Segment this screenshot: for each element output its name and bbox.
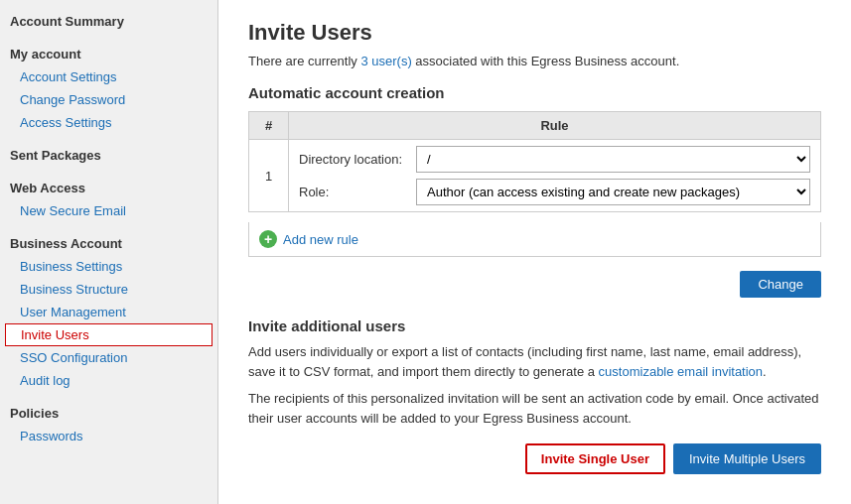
role-select[interactable]: Author (can access existing and create n… <box>416 179 810 205</box>
sidebar-item-business-settings[interactable]: Business Settings <box>0 255 217 278</box>
users-link[interactable]: 3 user(s) <box>360 54 411 68</box>
sidebar-section-policies[interactable]: Policies <box>0 398 217 425</box>
auto-section-title: Automatic account creation <box>248 84 821 101</box>
col-rule: Rule <box>289 112 821 140</box>
rule-row-num: 1 <box>249 140 289 212</box>
intro-text: There are currently 3 user(s) associated… <box>248 54 821 68</box>
change-button[interactable]: Change <box>740 271 821 298</box>
main-content: Invite Users There are currently 3 user(… <box>218 0 851 504</box>
sidebar-section-account-summary[interactable]: Account Summary <box>0 6 217 33</box>
invite-buttons: Invite Single User Invite Multiple Users <box>248 443 821 474</box>
col-hash: # <box>249 112 289 140</box>
add-rule-row[interactable]: + Add new rule <box>248 222 821 257</box>
sidebar-item-user-management[interactable]: User Management <box>0 301 217 323</box>
sidebar-section-business-account[interactable]: Business Account <box>0 228 217 255</box>
add-rule-icon[interactable]: + <box>259 230 277 248</box>
dir-select[interactable]: / <box>416 146 810 173</box>
rule-row-fields: Directory location: / Role: Author (can … <box>289 140 821 212</box>
invite-multiple-button[interactable]: Invite Multiple Users <box>673 443 821 474</box>
invite-desc2: The recipients of this personalized invi… <box>248 389 821 428</box>
add-rule-link[interactable]: Add new rule <box>283 232 358 247</box>
sidebar: Account Summary My account Account Setti… <box>0 0 218 504</box>
invite-single-button[interactable]: Invite Single User <box>525 443 665 474</box>
sidebar-item-account-settings[interactable]: Account Settings <box>0 65 217 88</box>
sidebar-item-passwords[interactable]: Passwords <box>0 425 217 447</box>
role-label: Role: <box>299 185 408 199</box>
sidebar-item-invite-users[interactable]: Invite Users <box>5 323 213 346</box>
sidebar-item-new-secure-email[interactable]: New Secure Email <box>0 199 217 222</box>
intro-prefix: There are currently <box>248 54 360 68</box>
sidebar-item-access-settings[interactable]: Access Settings <box>0 111 217 134</box>
invite-section-title: Invite additional users <box>248 317 821 334</box>
invite-desc1: Add users individually or export a list … <box>248 342 821 381</box>
sidebar-item-sso-configuration[interactable]: SSO Configuration <box>0 346 217 369</box>
sidebar-item-audit-log[interactable]: Audit log <box>0 369 217 392</box>
sidebar-section-web-access[interactable]: Web Access <box>0 173 217 199</box>
customizable-link[interactable]: customizable email invitation <box>599 364 763 379</box>
rule-row-1: 1 Directory location: / Role: Author <box>249 140 821 212</box>
sidebar-section-sent-packages[interactable]: Sent Packages <box>0 140 217 167</box>
dir-label: Directory location: <box>299 152 408 167</box>
sidebar-item-change-password[interactable]: Change Password <box>0 88 217 111</box>
intro-suffix: associated with this Egress Business acc… <box>412 54 680 68</box>
rule-table: # Rule 1 Directory location: / <box>248 111 821 212</box>
sidebar-section-my-account[interactable]: My account <box>0 39 217 65</box>
page-title: Invite Users <box>248 20 821 46</box>
sidebar-item-business-structure[interactable]: Business Structure <box>0 278 217 301</box>
